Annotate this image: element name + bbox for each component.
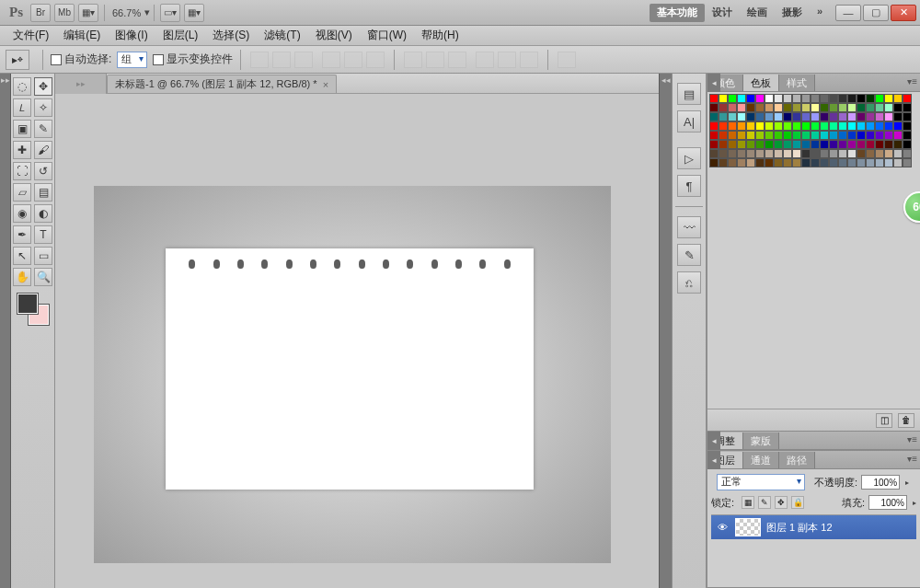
swatch[interactable]	[838, 140, 847, 149]
align-button[interactable]	[322, 52, 340, 68]
swatch[interactable]	[884, 112, 893, 121]
swatch[interactable]	[829, 131, 838, 140]
panel-grip[interactable]: ◂	[707, 432, 720, 450]
swatch[interactable]	[728, 149, 737, 158]
swatch[interactable]	[829, 158, 838, 167]
swatch[interactable]	[765, 103, 774, 112]
move-tool[interactable]: ✥	[34, 77, 52, 96]
swatch[interactable]	[765, 140, 774, 149]
close-tab-icon[interactable]: ×	[323, 79, 328, 90]
swatch[interactable]	[737, 121, 746, 131]
swatch[interactable]	[765, 94, 774, 103]
swatch[interactable]	[774, 158, 783, 167]
swatch[interactable]	[847, 103, 857, 112]
swatch[interactable]	[829, 149, 838, 158]
swatch[interactable]	[820, 112, 829, 121]
swatch[interactable]	[829, 112, 838, 121]
align-button[interactable]	[250, 52, 269, 68]
swatch[interactable]	[774, 149, 783, 158]
swatch[interactable]	[866, 103, 875, 112]
swatch[interactable]	[792, 140, 801, 149]
swatch[interactable]	[811, 140, 820, 149]
swatch[interactable]	[857, 140, 866, 149]
swatch[interactable]	[820, 140, 829, 149]
character-panel-icon[interactable]: A|	[677, 110, 701, 133]
swatch[interactable]	[792, 94, 801, 103]
swatch[interactable]	[884, 94, 893, 103]
chevron-down-icon[interactable]: ▸	[913, 499, 916, 507]
swatch[interactable]	[774, 103, 783, 112]
swatch[interactable]	[903, 103, 912, 112]
swatch[interactable]	[857, 103, 866, 112]
swatch[interactable]	[709, 94, 719, 103]
swatch[interactable]	[875, 149, 884, 158]
clone-source-icon[interactable]: ⎌	[677, 271, 701, 294]
swatch[interactable]	[838, 112, 847, 121]
swatch[interactable]	[765, 131, 774, 140]
delete-swatch-button[interactable]: 🗑	[898, 413, 914, 428]
history-brush-tool[interactable]: ↺	[34, 162, 52, 180]
swatch[interactable]	[811, 149, 820, 158]
tab-masks[interactable]: 蒙版	[743, 432, 779, 449]
swatch[interactable]	[893, 158, 903, 167]
history-panel-icon[interactable]: ▤	[677, 83, 701, 105]
swatch[interactable]	[903, 140, 912, 149]
swatch[interactable]	[746, 94, 755, 103]
swatch[interactable]	[857, 158, 866, 167]
swatch[interactable]	[765, 158, 774, 167]
swatch[interactable]	[875, 121, 884, 131]
workspace-more[interactable]: »	[810, 4, 830, 22]
new-swatch-button[interactable]: ◫	[876, 413, 892, 428]
zoom-tool[interactable]: 🔍	[34, 268, 52, 286]
swatch[interactable]	[709, 103, 719, 112]
swatch[interactable]	[801, 103, 811, 112]
tab-paths[interactable]: 路径	[779, 452, 815, 468]
swatch[interactable]	[866, 121, 875, 131]
swatch[interactable]	[719, 94, 728, 103]
brush-tool[interactable]: 🖌	[34, 141, 52, 159]
swatch[interactable]	[774, 140, 783, 149]
magic-wand-tool[interactable]: ✧	[34, 98, 52, 117]
paragraph-panel-icon[interactable]: ¶	[677, 175, 701, 197]
swatch[interactable]	[783, 149, 792, 158]
auto-select-dropdown[interactable]: 组	[117, 52, 147, 68]
swatch[interactable]	[728, 103, 737, 112]
color-chips[interactable]	[17, 294, 49, 325]
workspace-design[interactable]: 设计	[705, 4, 740, 22]
swatch[interactable]	[709, 112, 719, 121]
swatch[interactable]	[783, 112, 792, 121]
swatch[interactable]	[765, 121, 774, 131]
swatch[interactable]	[884, 103, 893, 112]
swatch[interactable]	[820, 149, 829, 158]
align-button[interactable]	[294, 52, 313, 68]
swatch[interactable]	[765, 149, 774, 158]
swatch[interactable]	[903, 158, 912, 167]
left-collapse-rail[interactable]: ▸▸	[0, 74, 11, 588]
menu-layer[interactable]: 图层(L)	[155, 26, 206, 45]
hand-tool[interactable]: ✋	[13, 268, 31, 286]
swatch[interactable]	[811, 121, 820, 131]
swatch[interactable]	[893, 140, 903, 149]
arrange-button[interactable]: ▦▾	[78, 4, 98, 22]
swatch[interactable]	[866, 149, 875, 158]
document-tab[interactable]: 未标题-1 @ 66.7% (图层 1 副本 12, RGB/8) * ×	[107, 75, 337, 93]
lock-position-icon[interactable]: ✥	[775, 496, 788, 509]
swatch[interactable]	[737, 112, 746, 121]
swatch[interactable]	[755, 94, 765, 103]
swatch[interactable]	[792, 149, 801, 158]
screen-mode-button[interactable]: ▭▾	[160, 4, 180, 22]
swatch[interactable]	[774, 112, 783, 121]
close-button[interactable]: ✕	[891, 5, 916, 21]
menu-view[interactable]: 视图(V)	[308, 26, 360, 45]
swatch[interactable]	[884, 158, 893, 167]
distribute-button[interactable]	[520, 52, 538, 68]
align-button[interactable]	[272, 52, 291, 68]
eyedropper-tool[interactable]: ✎	[34, 120, 52, 138]
swatch[interactable]	[792, 103, 801, 112]
swatch[interactable]	[903, 94, 912, 103]
marquee-tool[interactable]: ◌	[13, 77, 31, 96]
panel-grip[interactable]: ◂	[707, 74, 720, 92]
gradient-tool[interactable]: ▤	[34, 183, 52, 202]
swatch[interactable]	[866, 131, 875, 140]
swatch[interactable]	[765, 112, 774, 121]
